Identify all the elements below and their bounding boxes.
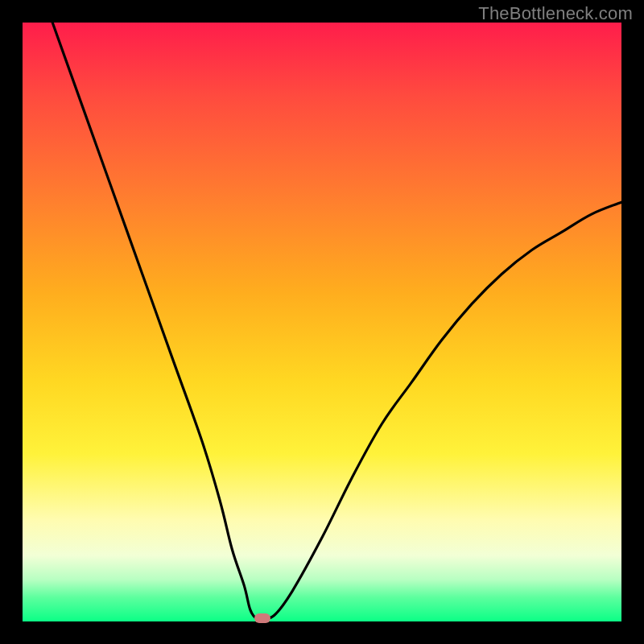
bottleneck-curve	[23, 23, 621, 621]
attribution-label: TheBottleneck.com	[478, 3, 633, 24]
chart-frame: TheBottleneck.com	[0, 0, 644, 644]
plot-area	[23, 23, 621, 621]
optimal-point-marker	[254, 613, 270, 623]
